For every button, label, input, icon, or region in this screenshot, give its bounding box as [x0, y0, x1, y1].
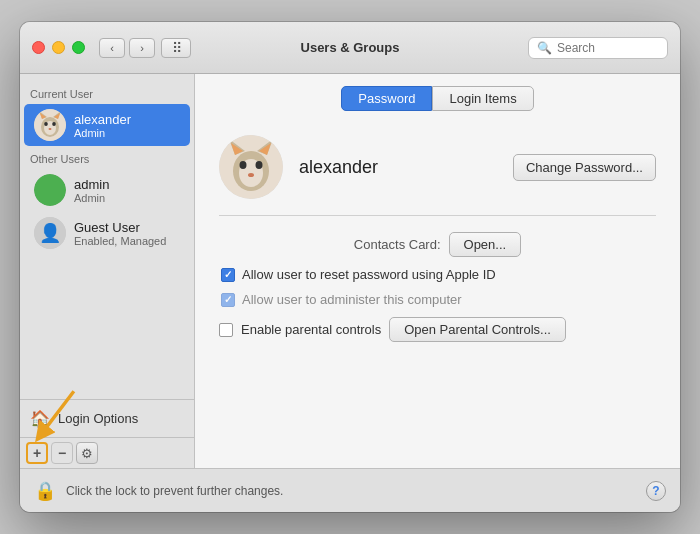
add-btn-wrapper: +: [26, 442, 48, 464]
user-info-alexander: alexander Admin: [74, 112, 131, 139]
sidebar-item-admin[interactable]: admin Admin: [24, 169, 190, 211]
option-administer: ✓ Allow user to administer this computer: [219, 292, 656, 307]
nav-buttons: ‹ ›: [99, 38, 155, 58]
search-input[interactable]: [557, 41, 659, 55]
parental-label: Enable parental controls: [241, 322, 381, 337]
gear-button[interactable]: ⚙: [76, 442, 98, 464]
username-admin: admin: [74, 177, 109, 192]
administer-checkbox[interactable]: ✓: [221, 293, 235, 307]
userrole-alexander: Admin: [74, 127, 131, 139]
search-bar[interactable]: 🔍: [528, 37, 668, 59]
main-avatar: [219, 135, 283, 199]
checkmark-icon2: ✓: [224, 295, 232, 305]
user-info-guest: Guest User Enabled, Managed: [74, 220, 166, 247]
main-window: ‹ › ⠿ Users & Groups 🔍 Current User: [20, 22, 680, 512]
lock-icon[interactable]: 🔒: [34, 480, 56, 502]
traffic-lights: [32, 41, 85, 54]
panel-user-row: alexander Change Password...: [195, 119, 680, 211]
sidebar-item-alexander[interactable]: alexander Admin: [24, 104, 190, 146]
administer-label: Allow user to administer this computer: [242, 292, 462, 307]
main-username: alexander: [299, 157, 378, 178]
contacts-card-label: Contacts Card:: [354, 237, 441, 252]
svg-point-19: [240, 161, 247, 169]
reset-password-checkbox[interactable]: ✓: [221, 268, 235, 282]
avatar-guest: 👤: [34, 217, 66, 249]
svg-point-8: [52, 122, 56, 126]
sidebar-bottom: 🏠 Login Options: [20, 399, 194, 437]
userrole-guest: Enabled, Managed: [74, 235, 166, 247]
window-title: Users & Groups: [301, 40, 400, 55]
right-panel: Password Login Items: [195, 74, 680, 468]
username-guest: Guest User: [74, 220, 166, 235]
sidebar-item-guest[interactable]: 👤 Guest User Enabled, Managed: [24, 212, 190, 254]
divider: [219, 215, 656, 216]
user-info-admin: admin Admin: [74, 177, 109, 204]
option-parental: Enable parental controls Open Parental C…: [219, 317, 656, 342]
bottom-bar: 🔒 Click the lock to prevent further chan…: [20, 468, 680, 512]
username-alexander: alexander: [74, 112, 131, 127]
main-content: Current User: [20, 74, 680, 468]
minimize-button[interactable]: [52, 41, 65, 54]
grid-button[interactable]: ⠿: [161, 38, 191, 58]
sidebar-scroll: Current User: [20, 74, 194, 399]
sidebar-item-login-options[interactable]: 🏠 Login Options: [20, 404, 194, 433]
help-button[interactable]: ?: [646, 481, 666, 501]
avatar-alexander: [34, 109, 66, 141]
close-button[interactable]: [32, 41, 45, 54]
tab-password[interactable]: Password: [341, 86, 432, 111]
sidebar-toolbar: + − ⚙: [20, 437, 194, 468]
sidebar: Current User: [20, 74, 195, 468]
remove-user-button[interactable]: −: [51, 442, 73, 464]
parental-checkbox[interactable]: [219, 323, 233, 337]
option-reset-password: ✓ Allow user to reset password using App…: [219, 267, 656, 282]
open-contacts-button[interactable]: Open...: [449, 232, 522, 257]
lock-text: Click the lock to prevent further change…: [66, 484, 636, 498]
reset-password-label: Allow user to reset password using Apple…: [242, 267, 496, 282]
back-button[interactable]: ‹: [99, 38, 125, 58]
search-icon: 🔍: [537, 41, 552, 55]
svg-point-7: [44, 122, 48, 126]
login-options-label: Login Options: [58, 411, 138, 426]
avatar-admin: [34, 174, 66, 206]
contacts-row: Contacts Card: Open...: [219, 232, 656, 257]
open-parental-controls-button[interactable]: Open Parental Controls...: [389, 317, 566, 342]
admin-dot: [34, 174, 66, 206]
maximize-button[interactable]: [72, 41, 85, 54]
tab-login-items[interactable]: Login Items: [432, 86, 533, 111]
svg-point-20: [256, 161, 263, 169]
titlebar: ‹ › ⠿ Users & Groups 🔍: [20, 22, 680, 74]
tab-bar: Password Login Items: [195, 74, 680, 119]
guest-person-icon: 👤: [34, 217, 66, 249]
other-users-label: Other Users: [20, 147, 194, 168]
svg-point-9: [49, 128, 52, 130]
current-user-label: Current User: [20, 82, 194, 103]
forward-button[interactable]: ›: [129, 38, 155, 58]
checkmark-icon: ✓: [224, 270, 232, 280]
house-icon: 🏠: [30, 409, 50, 428]
svg-point-21: [248, 173, 254, 177]
add-user-button[interactable]: +: [26, 442, 48, 464]
userrole-admin: Admin: [74, 192, 109, 204]
change-password-button[interactable]: Change Password...: [513, 154, 656, 181]
options-section: Contacts Card: Open... ✓ Allow user to r…: [195, 220, 680, 354]
